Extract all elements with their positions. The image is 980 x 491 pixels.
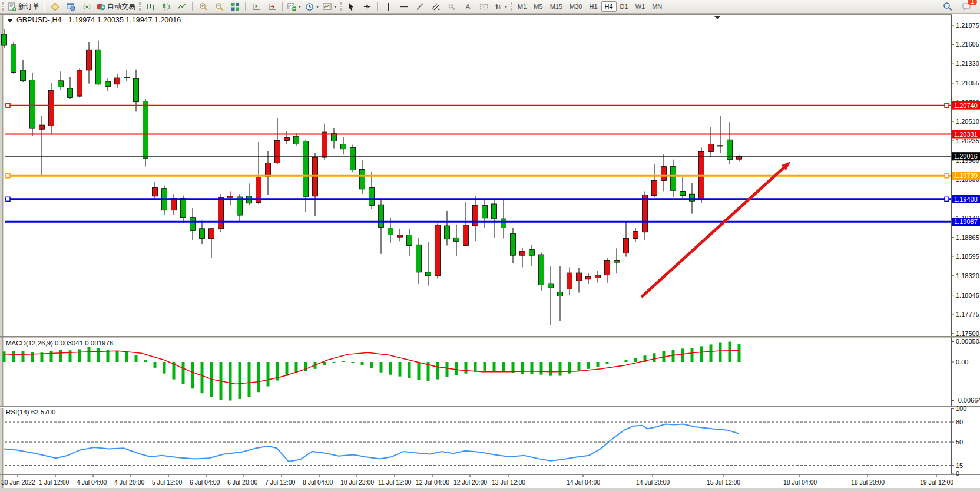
trendline-tool-button[interactable] — [412, 0, 428, 13]
svg-text:19 Jul 12:00: 19 Jul 12:00 — [920, 479, 953, 486]
chart-canvas[interactable]: 1.218751.216051.213301.210551.207801.205… — [0, 14, 980, 491]
cursor-tool-button[interactable] — [343, 0, 359, 13]
text-tool-button[interactable]: A — [460, 0, 475, 13]
bar-chart-icon — [146, 2, 155, 11]
timeframe-mn-button[interactable]: MN — [648, 1, 666, 12]
fibonacci-tool-button[interactable]: F — [444, 0, 459, 13]
svg-text:0.00: 0.00 — [956, 358, 968, 365]
fibonacci-icon: F — [448, 2, 456, 11]
svg-text:1.21055: 1.21055 — [956, 80, 979, 87]
chat-badge: 1 — [968, 0, 977, 5]
market-watch-button[interactable] — [47, 0, 62, 13]
svg-text:11 Jul 12:00: 11 Jul 12:00 — [378, 479, 412, 486]
zoom-out-button[interactable] — [211, 0, 227, 13]
price-badge-1.20331: 1.20331 — [952, 130, 980, 139]
rsi-title: RSI(14) 62.5700 — [6, 408, 55, 416]
line-handle[interactable] — [945, 197, 949, 201]
new-chart-icon — [287, 2, 296, 11]
tile-windows-button[interactable] — [227, 0, 243, 13]
market-watch-icon — [51, 2, 59, 11]
svg-text:80: 80 — [956, 418, 963, 426]
chat-button[interactable]: 1 — [959, 0, 974, 13]
data-window-button[interactable] — [63, 0, 78, 13]
svg-text:1.18865: 1.18865 — [956, 234, 979, 241]
crosshair-tool-button[interactable] — [359, 0, 375, 13]
period-clock-icon — [305, 2, 314, 11]
crosshair-icon — [363, 2, 372, 11]
auto-scroll-button[interactable] — [249, 0, 264, 13]
line-handle[interactable] — [945, 174, 949, 178]
svg-text:13 Jul 12:00: 13 Jul 12:00 — [492, 479, 525, 486]
equidistant-channel-tool-button[interactable]: E — [428, 0, 443, 13]
svg-text:1.20235: 1.20235 — [956, 137, 979, 144]
svg-text:T: T — [482, 4, 485, 9]
timeframe-w1-button[interactable]: W1 — [632, 1, 649, 12]
text-label-tool-button[interactable]: T — [476, 0, 491, 13]
svg-text:8 Jul 04:00: 8 Jul 04:00 — [303, 479, 333, 486]
zoom-out-icon — [215, 2, 224, 11]
equidistant-channel-icon: E — [432, 2, 441, 11]
svg-text:0.003503: 0.003503 — [956, 338, 980, 345]
svg-text:1 Jul 12:00: 1 Jul 12:00 — [39, 479, 69, 486]
autotrade-button[interactable]: 自动交易 — [95, 0, 137, 13]
trendline-icon — [416, 2, 425, 11]
timeframe-m15-button[interactable]: M15 — [547, 1, 566, 12]
price-badge-1.20740: 1.20740 — [952, 101, 980, 110]
svg-text:18 Jul 04:00: 18 Jul 04:00 — [783, 479, 817, 486]
svg-text:5 Jul 12:00: 5 Jul 12:00 — [152, 479, 183, 486]
svg-text:7 Jul 12:00: 7 Jul 12:00 — [265, 479, 296, 486]
vertical-line-tool-button[interactable] — [380, 0, 396, 13]
chart-ohlc: 1.19974 1.20035 1.19947 1.20016 — [68, 16, 181, 24]
search-button[interactable] — [940, 0, 955, 13]
svg-text:18 Jul 20:00: 18 Jul 20:00 — [851, 479, 885, 486]
timeframe-m5-button[interactable]: M5 — [530, 1, 546, 12]
price-badge-1.20016: 1.20016 — [952, 152, 980, 160]
new-order-icon — [8, 2, 16, 11]
svg-text:1.21330: 1.21330 — [956, 60, 979, 67]
zoom-in-icon — [199, 2, 208, 11]
vertical-line-icon — [384, 2, 393, 11]
new-chart-button[interactable]: ▾ — [286, 0, 303, 13]
line-handle[interactable] — [945, 103, 949, 107]
svg-text:100: 100 — [956, 405, 966, 412]
timeframe-m30-button[interactable]: M30 — [566, 1, 585, 12]
svg-text:12 Jul 04:00: 12 Jul 04:00 — [416, 479, 449, 486]
timeframe-h1-button[interactable]: H1 — [585, 1, 601, 12]
navigator-button[interactable] — [79, 0, 94, 13]
timeframe-bar: M1M5M15M30H1H4D1W1MN — [514, 1, 666, 12]
timeframe-d1-button[interactable]: D1 — [617, 1, 632, 12]
svg-text:1.20331: 1.20331 — [954, 131, 978, 138]
arrows-tool-button[interactable]: ▾ — [492, 0, 509, 13]
macd-title: MACD(12,26,9) 0.003041 0.001976 — [6, 340, 113, 347]
cursor-icon — [347, 2, 356, 11]
panel-separator[interactable] — [0, 406, 980, 407]
chart-shift-button[interactable] — [264, 0, 280, 13]
line-handle[interactable] — [6, 103, 10, 107]
new-order-button[interactable]: 新订单 — [6, 0, 41, 13]
autotrade-label: 自动交易 — [107, 2, 135, 12]
text-icon: A — [463, 2, 472, 11]
zoom-in-button[interactable] — [196, 0, 211, 13]
timeframe-m1-button[interactable]: M1 — [514, 1, 530, 12]
period-clock-button[interactable]: ▾ — [303, 0, 320, 13]
line-handle[interactable] — [6, 174, 10, 178]
panel-separator[interactable] — [0, 336, 980, 338]
svg-text:0: 0 — [956, 470, 959, 477]
candle-chart-icon — [162, 2, 171, 11]
svg-text:10 Jul 23:00: 10 Jul 23:00 — [340, 479, 374, 486]
line-chart-button[interactable] — [174, 0, 190, 13]
price-badge-1.19739: 1.19739 — [952, 172, 980, 180]
timeframe-h4-button[interactable]: H4 — [601, 1, 617, 12]
line-handle[interactable] — [6, 197, 10, 201]
template-button[interactable]: ▾ — [321, 0, 338, 13]
bar-chart-button[interactable] — [143, 0, 158, 13]
svg-text:A: A — [465, 3, 470, 10]
arrows-icon — [494, 2, 502, 11]
candle-chart-button[interactable] — [158, 0, 174, 13]
svg-text:15: 15 — [956, 462, 963, 469]
svg-text:1.19087: 1.19087 — [954, 218, 978, 225]
line-chart-icon — [178, 2, 187, 11]
svg-text:6 Jul 04:00: 6 Jul 04:00 — [190, 479, 220, 486]
svg-text:1.17775: 1.17775 — [956, 311, 979, 318]
horizontal-line-tool-button[interactable] — [396, 0, 412, 13]
